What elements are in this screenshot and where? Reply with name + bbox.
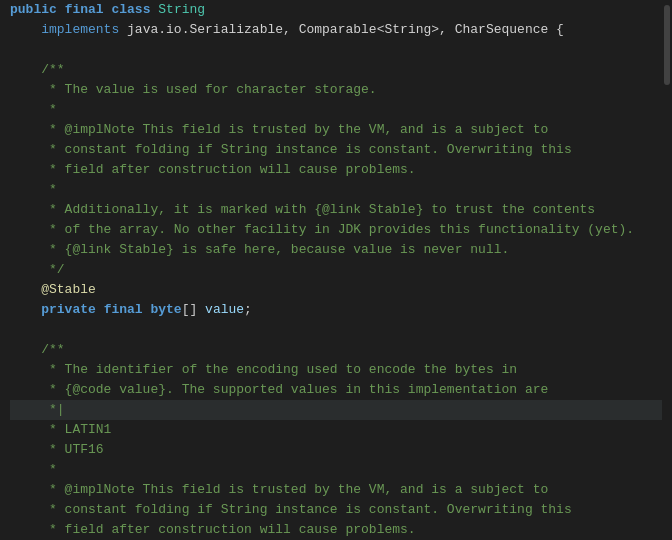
code-line: * The value is used for character storag…	[10, 80, 672, 100]
code-line: * LATIN1	[10, 420, 672, 440]
code-line	[10, 40, 672, 60]
code-line: * UTF16	[10, 440, 672, 460]
code-line: /**	[10, 60, 672, 80]
code-line: * @implNote This field is trusted by the…	[10, 480, 672, 500]
code-line: * The identifier of the encoding used to…	[10, 360, 672, 380]
code-line: private final byte[] value;	[10, 300, 672, 320]
code-line: * @implNote This field is trusted by the…	[10, 120, 672, 140]
code-line: * Additionally, it is marked with {@link…	[10, 200, 672, 220]
code-line: public final class String	[10, 0, 672, 20]
code-editor: public final class String implements jav…	[0, 0, 672, 540]
code-line: *	[10, 460, 672, 480]
code-line: * field after construction will cause pr…	[10, 160, 672, 180]
code-line: * constant folding if String instance is…	[10, 140, 672, 160]
code-line: *	[10, 180, 672, 200]
scrollbar-thumb[interactable]	[664, 5, 670, 85]
code-line: * {@link Stable} is safe here, because v…	[10, 240, 672, 260]
code-content[interactable]: public final class String implements jav…	[0, 0, 672, 540]
code-line: /**	[10, 340, 672, 360]
code-line: implements java.io.Serializable, Compara…	[10, 20, 672, 40]
scrollbar[interactable]	[662, 0, 672, 540]
code-line	[10, 320, 672, 340]
code-line: * constant folding if String instance is…	[10, 500, 672, 520]
code-line: * {@code value}. The supported values in…	[10, 380, 672, 400]
code-line: * of the array. No other facility in JDK…	[10, 220, 672, 240]
code-line: @Stable	[10, 280, 672, 300]
code-line: */	[10, 260, 672, 280]
code-line: *	[10, 100, 672, 120]
code-line: * field after construction will cause pr…	[10, 520, 672, 540]
code-line: *|	[10, 400, 672, 420]
